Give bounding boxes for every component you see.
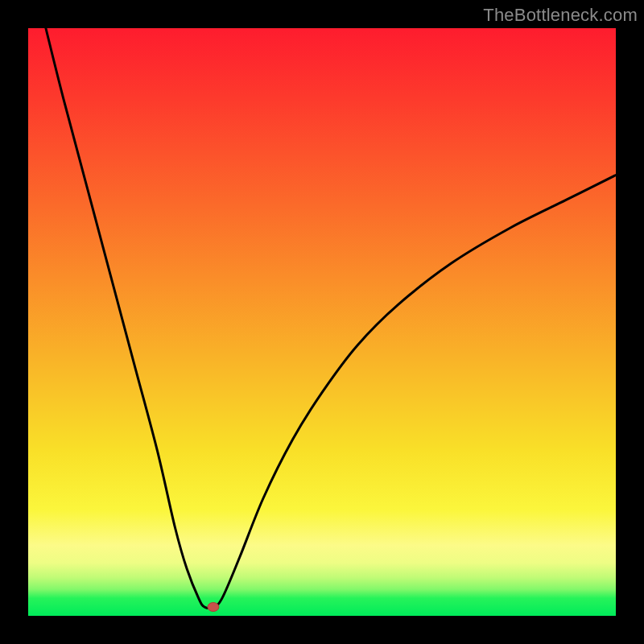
curve-svg [28,28,616,616]
plot-area [28,28,616,616]
bottleneck-curve [46,28,616,608]
minimum-marker [208,603,219,612]
chart-frame: TheBottleneck.com [0,0,644,644]
watermark-text: TheBottleneck.com [483,5,638,26]
